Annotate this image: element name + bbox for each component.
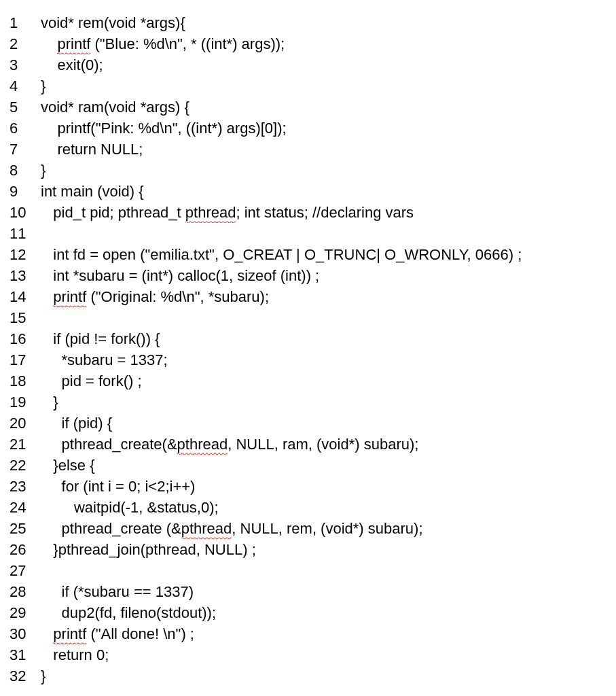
line-number: 29 [7, 602, 41, 623]
code-line: 12 int fd = open ("emilia.txt", O_CREAT … [7, 244, 609, 265]
code-segment: if (pid != fork()) { [41, 330, 160, 347]
line-number: 31 [7, 644, 41, 665]
spellcheck-underline: printf [57, 33, 90, 54]
code-text: for (int i = 0; i<2;i++) [41, 476, 609, 497]
code-segment: ; int status; //declaring vars [236, 204, 414, 221]
line-number: 9 [7, 181, 41, 202]
line-number: 16 [7, 328, 41, 349]
code-line: 16 if (pid != fork()) { [7, 328, 609, 349]
code-text: if (pid != fork()) { [41, 328, 609, 349]
line-number: 27 [7, 560, 41, 581]
line-number: 24 [7, 497, 41, 518]
code-listing: 1void* rem(void *args){2 printf ("Blue: … [0, 0, 616, 696]
line-number: 8 [7, 160, 41, 181]
code-segment: waitpid(-1, &status,0); [41, 499, 219, 516]
code-line: 23 for (int i = 0; i<2;i++) [7, 476, 609, 497]
code-text: printf("Pink: %d\n", ((int*) args)[0]); [41, 118, 609, 139]
code-line: 28 if (*subaru == 1337) [7, 581, 609, 602]
line-number: 11 [7, 223, 41, 244]
code-text: printf ("All done! \n") ; [41, 623, 609, 644]
code-segment: }pthread_join(pthread, NULL) ; [41, 541, 256, 558]
code-text: pid_t pid; pthread_t pthread; int status… [41, 202, 609, 223]
code-segment: return 0; [41, 646, 109, 663]
code-segment: } [41, 162, 46, 179]
code-text: } [41, 160, 609, 181]
code-line: 11 [7, 223, 609, 244]
line-number: 28 [7, 581, 41, 602]
line-number: 4 [7, 75, 41, 97]
code-text: if (pid) { [41, 413, 609, 434]
code-segment: return NULL; [41, 141, 143, 158]
code-text: int *subaru = (int*) calloc(1, sizeof (i… [41, 265, 609, 286]
code-line: 3 exit(0); [7, 54, 609, 75]
line-number: 32 [7, 665, 41, 686]
code-line: 2 printf ("Blue: %d\n", * ((int*) args))… [7, 33, 609, 54]
code-text: return 0; [41, 644, 609, 665]
spellcheck-underline: pthread [177, 434, 228, 455]
code-text: dup2(fd, fileno(stdout)); [41, 602, 609, 623]
code-segment: } [41, 394, 58, 411]
code-line: 6 printf("Pink: %d\n", ((int*) args)[0])… [7, 118, 609, 139]
code-segment: *subaru = 1337; [41, 351, 168, 368]
code-text: int fd = open ("emilia.txt", O_CREAT | O… [41, 244, 609, 265]
code-segment: pthread_create(& [41, 436, 177, 453]
code-segment [41, 625, 53, 642]
code-line: 19 } [7, 392, 609, 413]
spellcheck-underline: pthread [185, 202, 236, 223]
code-segment: exit(0); [41, 56, 103, 73]
code-line: 5void* ram(void *args) { [7, 97, 609, 118]
code-text: exit(0); [41, 54, 609, 75]
code-line: 15 [7, 307, 609, 328]
code-text: waitpid(-1, &status,0); [41, 497, 609, 518]
code-text: printf ("Original: %d\n", *subaru); [41, 286, 609, 307]
code-line: 7 return NULL; [7, 139, 609, 160]
code-line: 8} [7, 160, 609, 181]
line-number: 1 [7, 12, 41, 33]
spellcheck-underline: printf [53, 286, 86, 307]
code-segment: pthread_create (& [41, 520, 181, 537]
line-number: 23 [7, 476, 41, 497]
code-segment: printf("Pink: %d\n", ((int*) args)[0]); [41, 120, 287, 137]
code-segment: ("All done! \n") ; [86, 625, 194, 642]
code-segment: void* rem(void *args){ [41, 14, 185, 31]
line-number: 6 [7, 118, 41, 139]
code-text: void* ram(void *args) { [41, 97, 609, 118]
code-line: 30 printf ("All done! \n") ; [7, 623, 609, 644]
code-segment: if (pid) { [41, 415, 112, 432]
line-number: 5 [7, 97, 41, 118]
line-number: 17 [7, 349, 41, 370]
code-segment [41, 35, 57, 52]
line-number: 14 [7, 286, 41, 307]
line-number: 21 [7, 434, 41, 455]
code-text: if (*subaru == 1337) [41, 581, 609, 602]
line-number: 19 [7, 392, 41, 413]
code-text: pid = fork() ; [41, 370, 609, 392]
code-segment: } [41, 77, 46, 94]
line-number: 10 [7, 202, 41, 223]
code-line: 1void* rem(void *args){ [7, 12, 609, 33]
code-segment: for (int i = 0; i<2;i++) [41, 478, 195, 495]
line-number: 25 [7, 518, 41, 539]
code-segment: }else { [41, 457, 95, 474]
code-segment: int fd = open ("emilia.txt", O_CREAT | O… [41, 246, 522, 263]
code-segment: pid_t pid; pthread_t [41, 204, 185, 221]
code-line: 31 return 0; [7, 644, 609, 665]
code-segment: if (*subaru == 1337) [41, 583, 194, 600]
code-text: } [41, 75, 609, 97]
code-segment: int main (void) { [41, 183, 144, 200]
code-segment: int *subaru = (int*) calloc(1, sizeof (i… [41, 267, 319, 284]
line-number: 13 [7, 265, 41, 286]
line-number: 30 [7, 623, 41, 644]
code-segment: , NULL, ram, (void*) subaru); [228, 436, 418, 453]
line-number: 26 [7, 539, 41, 560]
code-line: 14 printf ("Original: %d\n", *subaru); [7, 286, 609, 307]
line-number: 2 [7, 33, 41, 54]
code-text: printf ("Blue: %d\n", * ((int*) args)); [41, 33, 609, 54]
code-text: } [41, 665, 609, 686]
code-segment: ("Original: %d\n", *subaru); [86, 288, 269, 305]
code-segment [41, 288, 53, 305]
code-line: 21 pthread_create(&pthread, NULL, ram, (… [7, 434, 609, 455]
code-text: int main (void) { [41, 181, 609, 202]
line-number: 15 [7, 307, 41, 328]
code-line: 13 int *subaru = (int*) calloc(1, sizeof… [7, 265, 609, 286]
